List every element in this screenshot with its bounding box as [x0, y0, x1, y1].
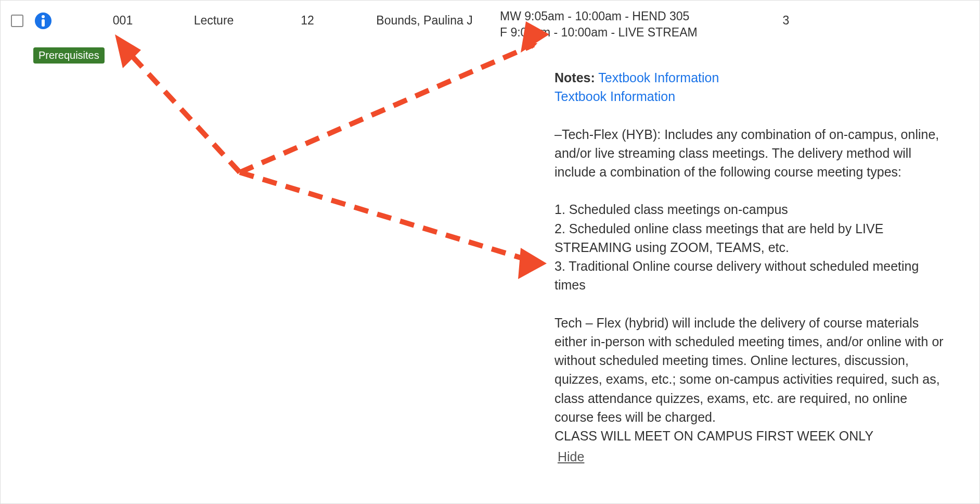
notes-techflex-detail: Tech – Flex (hybrid) will include the de… — [555, 313, 950, 427]
col-credits: 3 — [765, 8, 807, 28]
svg-line-4 — [126, 50, 240, 172]
col-instructor: Bounds, Paulina J — [349, 8, 500, 28]
select-checkbox[interactable] — [11, 15, 23, 27]
meeting-line-2: F 9:05am - 10:00am - LIVE STREAM — [500, 24, 765, 41]
textbook-link-1[interactable]: Textbook Information — [598, 70, 719, 85]
prerequisites-badge[interactable]: Prerequisites — [33, 47, 105, 64]
col-meeting: MW 9:05am - 10:00am - HEND 305 F 9:05am … — [500, 8, 765, 41]
info-icon[interactable] — [34, 11, 53, 30]
notes-item-2: 2. Scheduled online class meetings that … — [555, 219, 950, 257]
notes-block: Notes: Textbook Information Textbook Inf… — [555, 68, 950, 467]
svg-line-6 — [240, 172, 531, 261]
col-type: Lecture — [162, 8, 266, 28]
hide-link[interactable]: Hide — [558, 447, 584, 466]
notes-item-1: 1. Scheduled class meetings on-campus — [555, 200, 950, 219]
notes-first-week: CLASS WILL MEET ON CAMPUS FIRST WEEK ONL… — [555, 426, 950, 445]
meeting-line-1: MW 9:05am - 10:00am - HEND 305 — [500, 8, 765, 24]
col-section: 001 — [84, 8, 162, 28]
svg-point-1 — [42, 15, 45, 18]
col-seats: 12 — [266, 8, 349, 28]
notes-item-3: 3. Traditional Online course delivery wi… — [555, 257, 950, 295]
svg-line-5 — [240, 45, 534, 172]
table-row: 001 Lecture 12 Bounds, Paulina J MW 9:05… — [1, 1, 979, 41]
notes-techflex-intro: –Tech-Flex (HYB): Includes any combinati… — [555, 125, 950, 182]
notes-label: Notes: — [555, 70, 595, 85]
svg-rect-2 — [42, 19, 45, 27]
textbook-link-2[interactable]: Textbook Information — [555, 89, 675, 104]
svg-marker-9 — [518, 248, 547, 279]
